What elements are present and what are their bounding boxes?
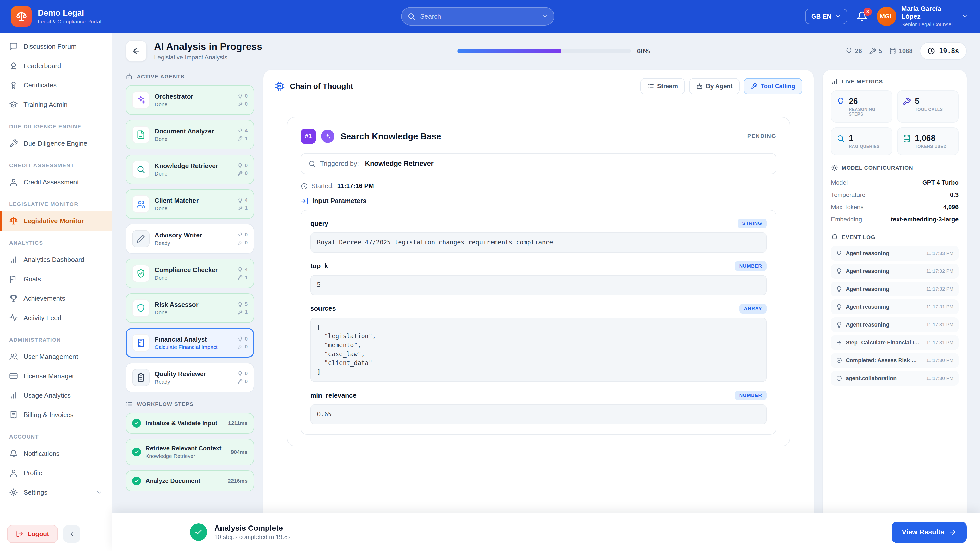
logout-button[interactable]: Logout [7,525,58,543]
reasoning-icon [836,250,842,256]
agent-reasoning-count: 5 [245,301,248,307]
check-icon [132,448,141,456]
reasoning-icon [837,97,845,106]
sidebar-item-analytics-dashboard[interactable]: Analytics Dashboard [0,250,112,269]
parameter-type-badge: STRING [738,219,767,228]
tool-calls-count: 5 [879,48,882,55]
sidebar-item-label: Due Diligence Engine [24,140,87,148]
metric-reasoning-steps: 26REASONING STEPS [831,90,892,123]
agent-reasoning-count: 0 [245,162,248,168]
sidebar-item-label: User Management [24,353,78,361]
metric-label: TOOL CALLS [915,107,943,112]
sidebar-item-achievements[interactable]: Achievements [0,289,112,308]
sidebar-item-due-diligence-engine[interactable]: Due Diligence Engine [0,134,112,153]
parameter-type-badge: NUMBER [735,261,767,271]
agent-counters: 0 0 [238,232,248,246]
agent-card-client-matcher[interactable]: Client MatcherDone 4 1 [126,189,254,219]
clock-icon [301,183,308,190]
sidebar-item-label: Settings [24,489,48,496]
event-time: 11:17:33 PM [923,251,953,256]
search-icon [132,161,150,178]
school-icon [9,100,18,109]
user-menu[interactable]: MGL María García López Senior Legal Coun… [877,5,969,27]
event-row: Agent reasoning11:17:33 PM [831,246,959,261]
event-row: Agent reasoning11:17:31 PM [831,318,959,332]
chevron-down-icon[interactable] [542,13,548,19]
chevron-down-icon [835,13,841,19]
search-input[interactable] [401,7,554,25]
sidebar-item-profile[interactable]: Profile [0,463,112,483]
agent-card-financial-analyst[interactable]: Financial AnalystCalculate Financial Imp… [126,328,254,358]
sidebar-item-user-management[interactable]: User Management [0,347,112,366]
workflow-step[interactable]: Analyze Document 2216ms [126,470,254,491]
agent-counters: 0 0 [238,336,248,350]
page-subtitle: Legislative Impact Analysis [154,54,262,61]
sidebar-item-activity-feed[interactable]: Activity Feed [0,308,112,327]
agent-reasoning-count: 4 [245,128,248,134]
event-time: 11:17:31 PM [923,322,953,327]
agents-panel: ACTIVE AGENTS OrchestratorDone 0 0 Docum… [126,70,254,549]
back-button[interactable] [126,40,147,62]
agent-reasoning-count: 0 [245,232,248,238]
top-right: GB EN 3 MGL María García López Senior Le… [805,5,969,27]
page-title: AI Analysis in Progress [154,41,262,52]
agent-tools-count: 0 [245,101,248,107]
agent-card-quality-reviewer[interactable]: Quality ReviewerReady 0 0 [126,363,254,392]
parameter-name: top_k [310,262,328,270]
language-selector[interactable]: GB EN [805,9,847,24]
config-row: Embeddingtext-embedding-3-large [831,213,959,225]
event-label: Step: Calculate Financial Impact [846,339,920,346]
agent-status: Done [155,101,193,107]
by-agent-view-button[interactable]: By Agent [689,78,740,94]
step-agent: Knowledge Retriever [145,453,221,459]
sidebar-item-leaderboard[interactable]: Leaderboard [0,56,112,76]
notifications-button[interactable]: 3 [856,11,868,22]
agent-tools-count: 1 [245,136,248,141]
sidebar-item-settings[interactable]: Settings [0,483,112,502]
agent-card-knowledge-retriever[interactable]: Knowledge RetrieverDone 0 0 [126,155,254,184]
sidebar-item-training-admin[interactable]: Training Admin [0,95,112,114]
wrench-icon [869,48,876,55]
sidebar-item-goals[interactable]: Goals [0,269,112,289]
stream-view-button[interactable]: Stream [640,78,685,94]
app-logo[interactable] [11,6,32,27]
sidebar-item-label: Leaderboard [24,62,61,70]
view-results-button[interactable]: View Results [892,522,967,543]
avatar: MGL [877,6,896,26]
event-label: Agent reasoning [846,268,889,275]
bell-icon [831,233,838,241]
sidebar-item-billing-invoices[interactable]: Billing & Invoices [0,405,112,424]
agent-card-risk-assessor[interactable]: Risk AssessorDone 5 1 [126,293,254,323]
sidebar-item-discussion-forum[interactable]: Discussion Forum [0,37,112,56]
chain-of-thought-panel: Chain of Thought Stream By Agent Tool Ca… [263,70,814,549]
sidebar-section-header: ADMINISTRATION [0,327,112,347]
sidebar-item-certificates[interactable]: Certificates [0,76,112,95]
person-icon [9,178,18,186]
agent-card-orchestrator[interactable]: OrchestratorDone 0 0 [126,85,254,115]
workflow-step[interactable]: Retrieve Relevant Context Knowledge Retr… [126,439,254,465]
event-label: Agent reasoning [846,321,889,328]
tool-call-card: #1 Search Knowledge Base PENDING Trigger… [287,117,790,446]
triggered-by-label: Triggered by: [320,160,359,168]
sidebar-item-credit-assessment[interactable]: Credit Assessment [0,172,112,192]
workflow-step[interactable]: Initialize & Validate Input 1211ms [126,413,254,433]
pencil-icon [132,230,150,248]
agent-card-advisory-writer[interactable]: Advisory WriterReady 0 0 [126,224,254,254]
sidebar-item-license-manager[interactable]: License Manager [0,366,112,386]
sidebar-item-notifications[interactable]: Notifications [0,444,112,463]
bar-chart-icon [9,391,18,400]
started-label: Started: [311,183,334,190]
search-icon [837,135,845,143]
sidebar-collapse-button[interactable] [63,525,80,543]
agent-card-document-analyzer[interactable]: Document AnalyzerDone 4 1 [126,120,254,149]
agent-card-compliance-checker[interactable]: Compliance CheckerDone 4 1 [126,259,254,288]
tool-calling-view-button[interactable]: Tool Calling [744,78,802,94]
sidebar-item-legislative-monitor[interactable]: Legislative Monitor [0,211,112,230]
reasoning-count: 26 [855,48,862,55]
sidebar-item-usage-analytics[interactable]: Usage Analytics [0,386,112,405]
list-icon [648,83,654,89]
wrench-icon [903,97,911,106]
sidebar-item-label: Certificates [24,81,57,89]
workflow-panel-title: WORKFLOW STEPS [137,401,194,407]
agent-name: Risk Assessor [155,301,198,308]
